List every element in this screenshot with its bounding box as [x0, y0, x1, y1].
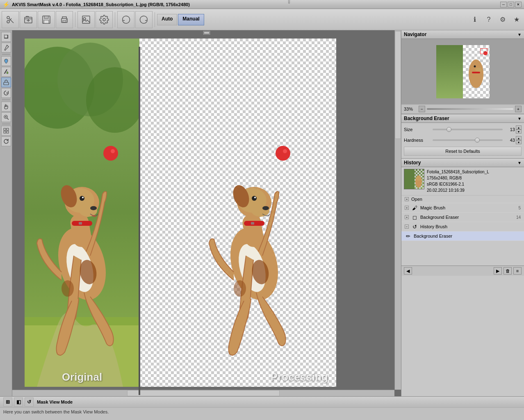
image-settings-btn[interactable] — [77, 11, 95, 28]
svg-line-2 — [9, 18, 14, 23]
svg-point-45 — [103, 146, 118, 161]
magic-brush-expand[interactable]: + — [405, 206, 409, 210]
svg-point-44 — [62, 280, 74, 297]
size-up-btn[interactable]: ▲ — [516, 125, 522, 129]
hardness-slider-thumb[interactable] — [475, 138, 480, 143]
bg-eraser-expand[interactable]: + — [405, 215, 409, 219]
bg-eraser-2-icon: ✏ — [405, 233, 411, 239]
prefs-icon-btn[interactable]: ⚙ — [497, 14, 508, 25]
split-handle[interactable] — [203, 30, 211, 35]
history-item-bg-eraser[interactable]: + ◻ Background Eraser 14 — [401, 213, 524, 222]
rotate-tool[interactable] — [1, 136, 11, 146]
zoom-minus-btn[interactable]: − — [419, 106, 425, 112]
size-slider-wrap — [433, 129, 503, 130]
print-btn[interactable] — [56, 11, 73, 28]
close-btn[interactable]: ✕ — [515, 2, 522, 7]
canvas-vscrollbar[interactable] — [394, 30, 401, 390]
svg-rect-22 — [7, 131, 9, 133]
original-image[interactable]: Original — [25, 39, 139, 387]
processing-image[interactable]: Processing — [139, 39, 336, 387]
droplet-tool[interactable] — [1, 56, 11, 66]
svg-rect-7 — [44, 20, 49, 23]
zoom-slider[interactable] — [427, 108, 513, 110]
navigator-collapse-btn[interactable]: ▼ — [517, 32, 522, 37]
grid-view-btn[interactable] — [1, 126, 11, 136]
svg-point-62 — [283, 149, 287, 153]
history-list-btn[interactable]: ≡ — [513, 267, 522, 275]
hardness-up-btn[interactable]: ▲ — [516, 136, 522, 140]
hardness-stepper: ▲ ▼ — [516, 136, 522, 144]
svg-point-61 — [276, 146, 290, 161]
history-expand-btn[interactable]: + — [405, 197, 409, 201]
navigator-title: Navigator — [404, 32, 426, 37]
navigator-preview[interactable] — [436, 45, 490, 98]
zoom-tool[interactable] — [1, 112, 11, 122]
star-btn[interactable]: ★ — [511, 14, 522, 25]
hardness-slider-wrap — [433, 139, 503, 141]
hardness-down-btn[interactable]: ▼ — [516, 140, 522, 144]
history-item-history-brush[interactable]: − ↺ History Brush — [401, 222, 524, 232]
history-file-info: Fotolia_15268418_Subscription_L 1756x248… — [427, 169, 489, 193]
smart-brush-tool[interactable] — [1, 43, 11, 52]
save-btn[interactable] — [38, 11, 55, 28]
history-fileinfo1: 1756x2480, RGB/8 — [427, 175, 489, 181]
auto-mode-btn[interactable]: Auto — [157, 14, 177, 25]
svg-point-75 — [416, 176, 421, 181]
bg-eraser-tool[interactable] — [1, 77, 11, 87]
toolbar: Auto Manual ℹ ? ⚙ ★ — [0, 9, 524, 30]
open-btn[interactable] — [20, 11, 37, 28]
mask-icon-1[interactable]: ⊞ — [3, 397, 12, 406]
toolbar-right: ℹ ? ⚙ ★ — [469, 14, 522, 25]
redo-btn[interactable] — [135, 11, 153, 28]
mask-icon-2[interactable]: ◧ — [14, 397, 23, 406]
history-item-bg-eraser-2[interactable]: ✏ Background Eraser — [401, 232, 524, 241]
history-open-item[interactable]: + Open — [401, 195, 524, 203]
size-slider[interactable] — [433, 129, 503, 130]
bg-eraser-header: Background Eraser ▼ — [401, 114, 524, 123]
svg-point-13 — [103, 18, 105, 21]
size-slider-thumb[interactable] — [447, 127, 451, 132]
history-item-magic-brush[interactable]: + 🖌 Magic Brush 5 — [401, 203, 524, 213]
magic-brush-label: Magic Brush — [420, 205, 445, 210]
tool-sep-3 — [2, 124, 10, 124]
hand-tool[interactable] — [1, 102, 11, 111]
size-down-btn[interactable]: ▼ — [516, 129, 522, 134]
history-delete-btn[interactable]: 🗑 — [503, 267, 512, 275]
select-scissors-btn[interactable] — [2, 11, 19, 28]
minimize-btn[interactable]: ─ — [500, 2, 507, 7]
undo-btn[interactable] — [117, 11, 134, 28]
svg-rect-67 — [472, 72, 480, 73]
crop-tool[interactable] — [1, 32, 11, 42]
svg-rect-19 — [4, 128, 6, 130]
manual-mode-btn[interactable]: Manual — [178, 14, 204, 25]
status-message: Here you can switch between the Mask Vie… — [3, 409, 109, 414]
zoom-plus-btn[interactable]: + — [515, 106, 522, 112]
bg-eraser-collapse-btn[interactable]: ▼ — [517, 116, 522, 121]
history-play-btn[interactable]: ▶ — [494, 267, 502, 275]
left-tools — [0, 30, 12, 396]
bottom-area: ⊞ ◧ ↺ Mask View Mode Here you can switch… — [0, 396, 524, 420]
svg-point-1 — [7, 20, 9, 23]
info-btn[interactable]: ℹ — [469, 14, 481, 25]
hardness-slider[interactable] — [433, 139, 503, 141]
history-content: Fotolia_15268418_Subscription_L 1756x248… — [401, 167, 524, 241]
maximize-btn[interactable]: □ — [508, 2, 514, 7]
canvas-hscrollbar[interactable] — [12, 390, 394, 396]
window-title: AKVIS SmartMask v.4.0 - Fotolia_15268418… — [12, 2, 500, 7]
svg-rect-14 — [4, 82, 9, 85]
preferences-btn[interactable] — [96, 11, 113, 28]
paint-bucket-tool[interactable] — [1, 67, 11, 77]
mask-view-bar: ⊞ ◧ ↺ Mask View Mode — [0, 397, 524, 408]
history-brush-expand[interactable]: − — [405, 225, 409, 229]
zoom-value: 33% — [404, 107, 417, 111]
mask-view-mode-label: Mask View Mode — [37, 400, 73, 404]
history-brush-panel-tool[interactable] — [1, 88, 11, 98]
mask-icon-3[interactable]: ↺ — [25, 397, 34, 406]
help-btn[interactable]: ? — [483, 14, 494, 25]
nav-viewport-indicator — [480, 48, 488, 54]
svg-point-60 — [234, 280, 246, 297]
canvas-splitter[interactable] — [139, 47, 140, 395]
history-collapse-btn[interactable]: ▼ — [517, 161, 522, 165]
history-back-btn[interactable]: ◀ — [404, 267, 412, 275]
reset-defaults-btn[interactable]: Reset to Defaults — [404, 147, 522, 156]
